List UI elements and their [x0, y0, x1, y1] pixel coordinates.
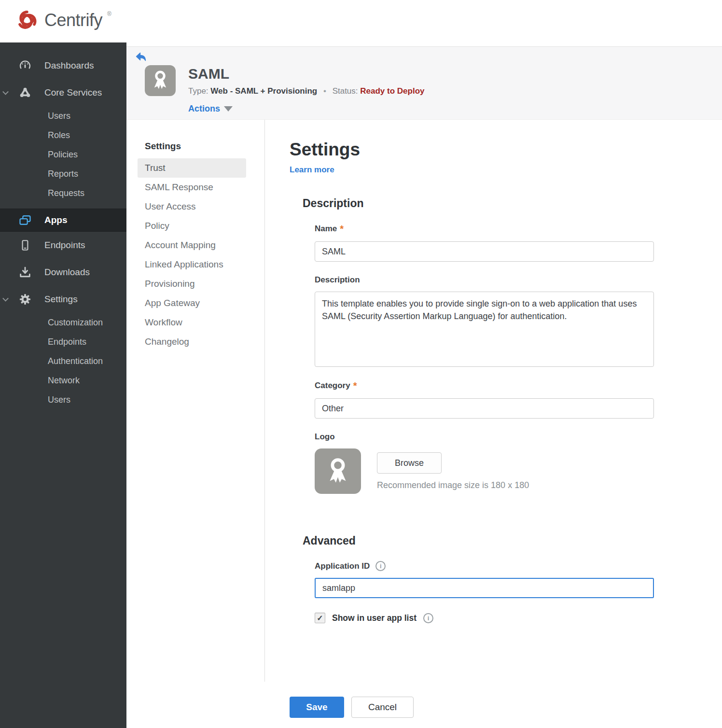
settings-panel: Settings Learn more Description Name* De…: [265, 120, 722, 728]
type-label: Type:: [188, 86, 208, 96]
actions-label: Actions: [188, 104, 220, 114]
category-input[interactable]: [315, 398, 654, 419]
type-value: Web - SAML + Provisioning: [210, 86, 317, 96]
subnav-item-saml-response[interactable]: SAML Response: [138, 178, 246, 197]
save-button[interactable]: Save: [290, 697, 344, 718]
category-label: Category: [315, 381, 350, 391]
back-arrow-icon[interactable]: [135, 52, 147, 64]
sidebar-item-endpoints-settings[interactable]: Endpoints: [0, 332, 126, 351]
recommended-size-text: Recommended image size is 180 x 180: [377, 480, 529, 490]
sidebar-item-network[interactable]: Network: [0, 371, 126, 390]
sidebar-item-requests[interactable]: Requests: [0, 183, 126, 203]
form-actions: Save Cancel: [290, 697, 722, 728]
application-id-field: Application ID i: [315, 561, 722, 598]
name-label: Name: [315, 224, 337, 234]
phone-icon: [18, 239, 32, 252]
subnav-item-trust[interactable]: Trust: [138, 158, 246, 178]
sidebar-item-policies[interactable]: Policies: [0, 145, 126, 164]
name-input[interactable]: [315, 241, 654, 262]
app-title: SAML: [188, 66, 424, 82]
learn-more-link[interactable]: Learn more: [290, 165, 334, 175]
browse-button[interactable]: Browse: [377, 452, 442, 474]
application-id-label: Application ID: [315, 561, 370, 571]
show-in-user-app-list-checkbox[interactable]: ✓: [315, 613, 325, 623]
subnav-item-policy[interactable]: Policy: [138, 216, 246, 236]
sidebar: Dashboards Core Services Users Roles Pol…: [0, 42, 126, 728]
sidebar-subitem-label: Customization: [48, 318, 103, 328]
description-section-heading: Description: [303, 197, 722, 210]
description-textarea[interactable]: This template enables you to provide sin…: [315, 292, 654, 367]
award-ribbon-icon: [149, 69, 171, 93]
sidebar-item-downloads[interactable]: Downloads: [0, 259, 126, 286]
download-icon: [18, 266, 32, 279]
subnav-item-app-gateway[interactable]: App Gateway: [138, 294, 246, 313]
brand-name: Centrify: [44, 8, 102, 33]
sidebar-subitem-label: Network: [48, 376, 80, 386]
centrify-swirl-icon: [14, 8, 40, 35]
required-asterisk: *: [340, 224, 344, 234]
sidebar-item-endpoints[interactable]: Endpoints: [0, 232, 126, 259]
cancel-button[interactable]: Cancel: [351, 697, 414, 718]
page-title: Settings: [290, 140, 722, 159]
sidebar-item-authentication[interactable]: Authentication: [0, 351, 126, 371]
subnav-title: Settings: [145, 141, 264, 152]
sidebar-subitem-label: Requests: [48, 188, 84, 198]
sidebar-item-users-settings[interactable]: Users: [0, 390, 126, 409]
sidebar-subitem-label: Users: [48, 395, 70, 405]
sidebar-subitem-label: Reports: [48, 169, 78, 179]
settings-subnav: Settings Trust SAML Response User Access…: [126, 120, 265, 682]
app-type-status-line: Type: Web - SAML + Provisioning • Status…: [188, 86, 424, 96]
info-icon[interactable]: i: [423, 613, 433, 623]
top-bar: Centrify ®: [0, 0, 722, 42]
gear-icon: [18, 293, 32, 306]
status-label: Status:: [333, 86, 358, 96]
subnav-item-workflow[interactable]: Workflow: [138, 313, 246, 332]
sidebar-subitem-label: Users: [48, 111, 70, 121]
sidebar-item-core-services[interactable]: Core Services: [0, 79, 126, 106]
logo-label: Logo: [315, 432, 335, 442]
sidebar-subitem-label: Policies: [48, 150, 78, 160]
sidebar-item-settings[interactable]: Settings: [0, 286, 126, 313]
app-logo: [145, 65, 176, 96]
subnav-item-account-mapping[interactable]: Account Mapping: [138, 236, 246, 255]
registered-mark: ®: [107, 11, 111, 17]
subnav-item-user-access[interactable]: User Access: [138, 197, 246, 216]
content-area: SAML Type: Web - SAML + Provisioning • S…: [126, 42, 722, 728]
info-icon[interactable]: i: [375, 561, 386, 571]
gauge-icon: [18, 59, 32, 72]
sidebar-item-label: Downloads: [44, 267, 90, 278]
advanced-section-heading: Advanced: [303, 534, 722, 547]
dropdown-triangle-icon: [224, 106, 233, 112]
subnav-item-linked-applications[interactable]: Linked Applications: [138, 255, 246, 274]
status-value: Ready to Deploy: [360, 86, 424, 96]
application-id-input[interactable]: [315, 578, 654, 598]
description-field: Description This template enables you to…: [315, 275, 722, 367]
core-services-icon: [18, 85, 32, 100]
bullet-separator: •: [323, 86, 326, 96]
sidebar-item-label: Endpoints: [44, 240, 85, 251]
sidebar-item-reports[interactable]: Reports: [0, 164, 126, 183]
sidebar-item-roles[interactable]: Roles: [0, 126, 126, 145]
sidebar-item-label: Dashboards: [44, 60, 94, 71]
logo-field: Logo Browse Recommended ima: [315, 432, 722, 494]
show-in-user-app-list-row: ✓ Show in user app list i: [315, 613, 722, 623]
actions-dropdown[interactable]: Actions: [188, 104, 424, 114]
apps-icon: [18, 213, 32, 227]
sidebar-item-users[interactable]: Users: [0, 106, 126, 126]
category-field: Category*: [315, 380, 722, 419]
show-in-user-app-list-label: Show in user app list: [332, 613, 417, 623]
description-label: Description: [315, 275, 360, 285]
chevron-down-icon: [2, 295, 9, 302]
logo-preview: [315, 448, 361, 494]
sidebar-item-label: Settings: [44, 294, 78, 305]
name-field: Name*: [315, 224, 722, 262]
sidebar-item-dashboards[interactable]: Dashboards: [0, 52, 126, 79]
sidebar-item-customization[interactable]: Customization: [0, 313, 126, 332]
subnav-item-provisioning[interactable]: Provisioning: [138, 274, 246, 294]
sidebar-subitem-label: Endpoints: [48, 337, 86, 347]
sidebar-subitem-label: Roles: [48, 130, 70, 140]
chevron-down-icon: [2, 89, 9, 95]
sidebar-item-apps[interactable]: Apps: [0, 209, 126, 232]
sidebar-item-label: Core Services: [44, 87, 102, 98]
subnav-item-changelog[interactable]: Changelog: [138, 332, 246, 351]
